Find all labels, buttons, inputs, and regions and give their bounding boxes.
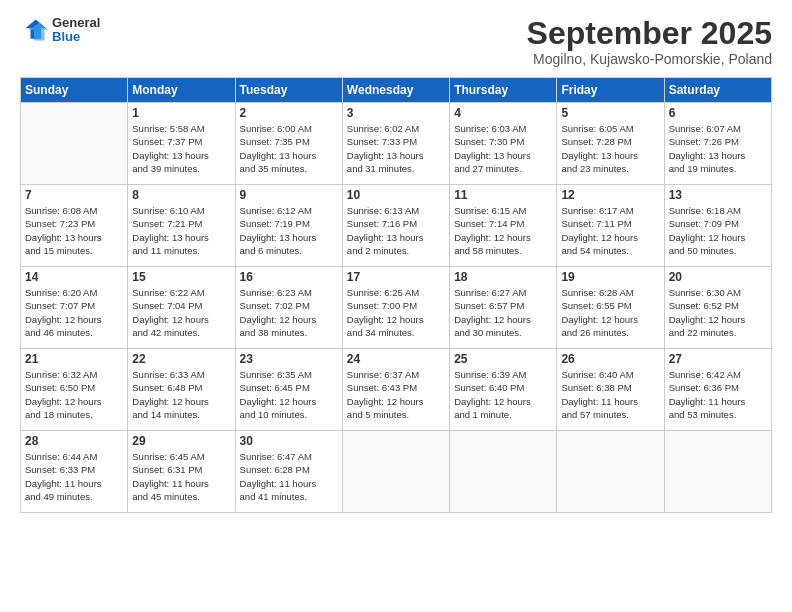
table-row: 24Sunrise: 6:37 AMSunset: 6:43 PMDayligh… xyxy=(342,349,449,431)
day-info: Sunrise: 6:23 AMSunset: 7:02 PMDaylight:… xyxy=(240,286,338,339)
day-number: 27 xyxy=(669,352,767,366)
day-number: 9 xyxy=(240,188,338,202)
table-row: 22Sunrise: 6:33 AMSunset: 6:48 PMDayligh… xyxy=(128,349,235,431)
day-info: Sunrise: 6:00 AMSunset: 7:35 PMDaylight:… xyxy=(240,122,338,175)
day-info: Sunrise: 6:05 AMSunset: 7:28 PMDaylight:… xyxy=(561,122,659,175)
logo-text: General Blue xyxy=(52,16,100,45)
day-info: Sunrise: 6:10 AMSunset: 7:21 PMDaylight:… xyxy=(132,204,230,257)
table-row: 5Sunrise: 6:05 AMSunset: 7:28 PMDaylight… xyxy=(557,103,664,185)
table-row: 29Sunrise: 6:45 AMSunset: 6:31 PMDayligh… xyxy=(128,431,235,513)
day-number: 5 xyxy=(561,106,659,120)
week-row-2: 14Sunrise: 6:20 AMSunset: 7:07 PMDayligh… xyxy=(21,267,772,349)
week-row-1: 7Sunrise: 6:08 AMSunset: 7:23 PMDaylight… xyxy=(21,185,772,267)
day-info: Sunrise: 6:30 AMSunset: 6:52 PMDaylight:… xyxy=(669,286,767,339)
table-row xyxy=(664,431,771,513)
location: Mogilno, Kujawsko-Pomorskie, Poland xyxy=(527,51,772,67)
day-info: Sunrise: 6:17 AMSunset: 7:11 PMDaylight:… xyxy=(561,204,659,257)
logo-blue: Blue xyxy=(52,30,100,44)
table-row: 2Sunrise: 6:00 AMSunset: 7:35 PMDaylight… xyxy=(235,103,342,185)
day-number: 22 xyxy=(132,352,230,366)
day-info: Sunrise: 6:20 AMSunset: 7:07 PMDaylight:… xyxy=(25,286,123,339)
day-info: Sunrise: 6:44 AMSunset: 6:33 PMDaylight:… xyxy=(25,450,123,503)
table-row: 1Sunrise: 5:58 AMSunset: 7:37 PMDaylight… xyxy=(128,103,235,185)
table-row: 15Sunrise: 6:22 AMSunset: 7:04 PMDayligh… xyxy=(128,267,235,349)
day-info: Sunrise: 6:15 AMSunset: 7:14 PMDaylight:… xyxy=(454,204,552,257)
calendar-header-row: Sunday Monday Tuesday Wednesday Thursday… xyxy=(21,78,772,103)
day-info: Sunrise: 6:40 AMSunset: 6:38 PMDaylight:… xyxy=(561,368,659,421)
table-row: 30Sunrise: 6:47 AMSunset: 6:28 PMDayligh… xyxy=(235,431,342,513)
table-row: 6Sunrise: 6:07 AMSunset: 7:26 PMDaylight… xyxy=(664,103,771,185)
day-info: Sunrise: 6:08 AMSunset: 7:23 PMDaylight:… xyxy=(25,204,123,257)
col-sunday: Sunday xyxy=(21,78,128,103)
table-row: 19Sunrise: 6:28 AMSunset: 6:55 PMDayligh… xyxy=(557,267,664,349)
col-monday: Monday xyxy=(128,78,235,103)
table-row: 9Sunrise: 6:12 AMSunset: 7:19 PMDaylight… xyxy=(235,185,342,267)
day-number: 20 xyxy=(669,270,767,284)
day-info: Sunrise: 6:45 AMSunset: 6:31 PMDaylight:… xyxy=(132,450,230,503)
table-row: 28Sunrise: 6:44 AMSunset: 6:33 PMDayligh… xyxy=(21,431,128,513)
day-info: Sunrise: 6:27 AMSunset: 6:57 PMDaylight:… xyxy=(454,286,552,339)
day-info: Sunrise: 6:25 AMSunset: 7:00 PMDaylight:… xyxy=(347,286,445,339)
day-number: 17 xyxy=(347,270,445,284)
day-number: 6 xyxy=(669,106,767,120)
day-info: Sunrise: 6:33 AMSunset: 6:48 PMDaylight:… xyxy=(132,368,230,421)
day-number: 28 xyxy=(25,434,123,448)
day-info: Sunrise: 6:02 AMSunset: 7:33 PMDaylight:… xyxy=(347,122,445,175)
week-row-0: 1Sunrise: 5:58 AMSunset: 7:37 PMDaylight… xyxy=(21,103,772,185)
col-tuesday: Tuesday xyxy=(235,78,342,103)
table-row: 16Sunrise: 6:23 AMSunset: 7:02 PMDayligh… xyxy=(235,267,342,349)
day-info: Sunrise: 6:37 AMSunset: 6:43 PMDaylight:… xyxy=(347,368,445,421)
day-number: 14 xyxy=(25,270,123,284)
day-info: Sunrise: 6:42 AMSunset: 6:36 PMDaylight:… xyxy=(669,368,767,421)
day-number: 8 xyxy=(132,188,230,202)
day-number: 11 xyxy=(454,188,552,202)
calendar: Sunday Monday Tuesday Wednesday Thursday… xyxy=(20,77,772,513)
logo-icon xyxy=(20,16,48,44)
col-wednesday: Wednesday xyxy=(342,78,449,103)
month-title: September 2025 xyxy=(527,16,772,51)
day-number: 15 xyxy=(132,270,230,284)
table-row: 18Sunrise: 6:27 AMSunset: 6:57 PMDayligh… xyxy=(450,267,557,349)
day-number: 1 xyxy=(132,106,230,120)
table-row xyxy=(450,431,557,513)
day-number: 29 xyxy=(132,434,230,448)
table-row: 11Sunrise: 6:15 AMSunset: 7:14 PMDayligh… xyxy=(450,185,557,267)
day-info: Sunrise: 6:22 AMSunset: 7:04 PMDaylight:… xyxy=(132,286,230,339)
day-number: 7 xyxy=(25,188,123,202)
table-row: 23Sunrise: 6:35 AMSunset: 6:45 PMDayligh… xyxy=(235,349,342,431)
day-info: Sunrise: 6:28 AMSunset: 6:55 PMDaylight:… xyxy=(561,286,659,339)
table-row: 27Sunrise: 6:42 AMSunset: 6:36 PMDayligh… xyxy=(664,349,771,431)
day-number: 13 xyxy=(669,188,767,202)
day-number: 3 xyxy=(347,106,445,120)
day-info: Sunrise: 6:13 AMSunset: 7:16 PMDaylight:… xyxy=(347,204,445,257)
day-number: 16 xyxy=(240,270,338,284)
day-number: 18 xyxy=(454,270,552,284)
day-info: Sunrise: 6:07 AMSunset: 7:26 PMDaylight:… xyxy=(669,122,767,175)
table-row: 8Sunrise: 6:10 AMSunset: 7:21 PMDaylight… xyxy=(128,185,235,267)
day-number: 26 xyxy=(561,352,659,366)
day-info: Sunrise: 6:39 AMSunset: 6:40 PMDaylight:… xyxy=(454,368,552,421)
day-number: 30 xyxy=(240,434,338,448)
day-number: 12 xyxy=(561,188,659,202)
table-row: 7Sunrise: 6:08 AMSunset: 7:23 PMDaylight… xyxy=(21,185,128,267)
day-info: Sunrise: 5:58 AMSunset: 7:37 PMDaylight:… xyxy=(132,122,230,175)
day-number: 21 xyxy=(25,352,123,366)
day-number: 19 xyxy=(561,270,659,284)
page-header: General Blue September 2025 Mogilno, Kuj… xyxy=(20,16,772,67)
table-row xyxy=(21,103,128,185)
table-row xyxy=(342,431,449,513)
day-info: Sunrise: 6:18 AMSunset: 7:09 PMDaylight:… xyxy=(669,204,767,257)
day-number: 2 xyxy=(240,106,338,120)
table-row: 20Sunrise: 6:30 AMSunset: 6:52 PMDayligh… xyxy=(664,267,771,349)
col-saturday: Saturday xyxy=(664,78,771,103)
table-row: 21Sunrise: 6:32 AMSunset: 6:50 PMDayligh… xyxy=(21,349,128,431)
col-friday: Friday xyxy=(557,78,664,103)
table-row: 14Sunrise: 6:20 AMSunset: 7:07 PMDayligh… xyxy=(21,267,128,349)
day-number: 25 xyxy=(454,352,552,366)
table-row: 26Sunrise: 6:40 AMSunset: 6:38 PMDayligh… xyxy=(557,349,664,431)
table-row: 25Sunrise: 6:39 AMSunset: 6:40 PMDayligh… xyxy=(450,349,557,431)
table-row: 10Sunrise: 6:13 AMSunset: 7:16 PMDayligh… xyxy=(342,185,449,267)
logo: General Blue xyxy=(20,16,100,45)
table-row: 17Sunrise: 6:25 AMSunset: 7:00 PMDayligh… xyxy=(342,267,449,349)
table-row: 4Sunrise: 6:03 AMSunset: 7:30 PMDaylight… xyxy=(450,103,557,185)
